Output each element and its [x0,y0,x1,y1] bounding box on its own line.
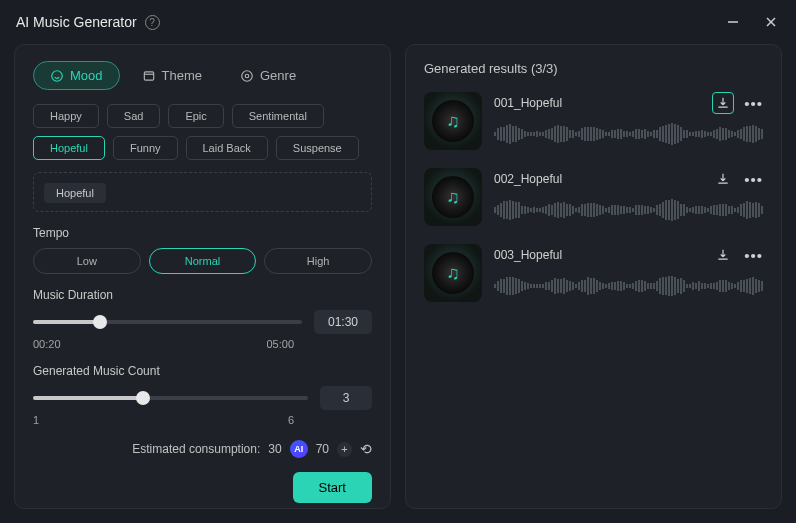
svg-point-7 [245,74,249,78]
mood-chip-hopeful[interactable]: Hopeful [33,136,105,160]
download-icon [716,172,730,186]
music-note-icon: ♫ [446,263,460,284]
duration-label: Music Duration [33,288,372,302]
result-name: 002_Hopeful [494,172,562,186]
theme-icon [142,69,156,83]
results-panel: Generated results (3/3) ♫ 001_Hopeful ••… [405,44,782,509]
duration-max: 05:00 [266,338,294,350]
music-note-icon: ♫ [446,111,460,132]
download-icon [716,248,730,262]
result-name: 003_Hopeful [494,248,562,262]
tab-mood[interactable]: Mood [33,61,120,90]
result-thumbnail[interactable]: ♫ [424,92,482,150]
count-slider[interactable] [33,396,308,400]
result-name: 001_Hopeful [494,96,562,110]
close-button[interactable] [762,13,780,31]
result-thumbnail[interactable]: ♫ [424,168,482,226]
tab-label: Genre [260,68,296,83]
start-button[interactable]: Start [293,472,372,503]
tempo-normal[interactable]: Normal [149,248,257,274]
result-thumbnail[interactable]: ♫ [424,244,482,302]
controls-panel: Mood Theme Genre Happy Sad Epic Sentimen… [14,44,391,509]
svg-point-6 [242,70,253,81]
tab-theme[interactable]: Theme [126,62,218,89]
duration-min: 00:20 [33,338,61,350]
duration-slider[interactable] [33,320,302,324]
mood-chip-laid-back[interactable]: Laid Back [186,136,268,160]
consumption-row: Estimated consumption: 30 AI 70 + ⟲ [33,440,372,458]
consumption-label: Estimated consumption: [132,442,260,456]
mood-chip-epic[interactable]: Epic [168,104,223,128]
tab-label: Theme [162,68,202,83]
more-icon[interactable]: ••• [744,171,763,188]
more-icon[interactable]: ••• [744,95,763,112]
tempo-label: Tempo [33,226,372,240]
svg-point-3 [52,70,63,81]
window-controls [724,13,780,31]
result-item: ♫ 002_Hopeful ••• [424,168,763,226]
mood-chip-funny[interactable]: Funny [113,136,178,160]
mood-chip-suspense[interactable]: Suspense [276,136,359,160]
result-item: ♫ 001_Hopeful ••• [424,92,763,150]
download-button[interactable] [712,244,734,266]
music-note-icon: ♫ [446,187,460,208]
titlebar: AI Music Generator ? [0,0,796,44]
waveform[interactable] [494,122,763,146]
tempo-low[interactable]: Low [33,248,141,274]
download-icon [716,96,730,110]
count-label: Generated Music Count [33,364,372,378]
tab-genre[interactable]: Genre [224,62,312,89]
mood-chip-sentimental[interactable]: Sentimental [232,104,324,128]
mood-chip-sad[interactable]: Sad [107,104,161,128]
mood-chips: Happy Sad Epic Sentimental Hopeful Funny… [33,104,372,160]
refresh-icon[interactable]: ⟲ [360,441,372,457]
count-max: 6 [288,414,294,426]
tempo-options: Low Normal High [33,248,372,274]
tab-label: Mood [70,68,103,83]
app-title: AI Music Generator [16,14,137,30]
genre-icon [240,69,254,83]
consumption-cost: 30 [268,442,281,456]
duration-value: 01:30 [314,310,372,334]
help-icon[interactable]: ? [145,15,160,30]
download-button[interactable] [712,92,734,114]
waveform[interactable] [494,274,763,298]
minimize-button[interactable] [724,13,742,31]
tempo-high[interactable]: High [264,248,372,274]
result-item: ♫ 003_Hopeful ••• [424,244,763,302]
mood-chip-happy[interactable]: Happy [33,104,99,128]
count-min: 1 [33,414,39,426]
waveform[interactable] [494,198,763,222]
content-area: Mood Theme Genre Happy Sad Epic Sentimen… [0,44,796,523]
download-button[interactable] [712,168,734,190]
count-value: 3 [320,386,372,410]
selected-tags-box: Hopeful [33,172,372,212]
consumption-balance: 70 [316,442,329,456]
results-title: Generated results (3/3) [424,61,763,76]
more-icon[interactable]: ••• [744,247,763,264]
mood-icon [50,69,64,83]
add-credits-button[interactable]: + [337,442,352,457]
ai-badge-icon: AI [290,440,308,458]
svg-rect-4 [144,71,153,79]
category-tabs: Mood Theme Genre [33,61,372,90]
selected-tag[interactable]: Hopeful [44,183,106,203]
